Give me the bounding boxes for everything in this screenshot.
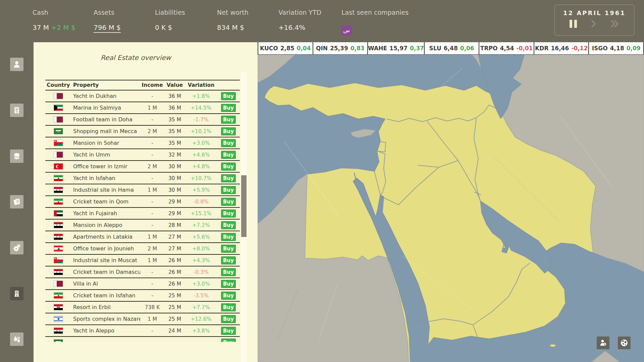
stat-variation-ytd: Variation YTD +16.4% [278,9,321,32]
variation-ytd-value: +16.4% [278,23,321,32]
variation-value: +4.8% [185,164,217,170]
buy-button[interactable]: Buy [221,198,236,206]
buy-button[interactable]: Buy [221,268,236,276]
buy-button[interactable]: Buy [221,104,236,112]
ticker-symbol: WAHE [368,45,387,52]
buy-button[interactable]: Buy [221,292,236,300]
date-panel: 12 APRIL 1961 [554,4,635,36]
ticker-cell[interactable]: QIN 25,39 0,83 [313,42,368,54]
col-value: Value [164,82,185,88]
country-flag-iran [54,293,63,298]
world-map[interactable] [258,55,644,362]
buy-button[interactable]: Buy [221,280,236,288]
buy-button[interactable]: Buy [221,92,236,100]
property-value: 29 M [164,199,185,205]
buy-button[interactable]: Buy [221,139,236,147]
country-flag-syria [54,187,63,193]
buy-button[interactable]: Buy [221,209,236,218]
ticker-change: 0,09 [627,45,641,52]
ticker-symbol: QIN [316,45,328,52]
ticker-cell[interactable]: TRPO 4,54 -0,01 [479,42,534,54]
buy-button[interactable]: Buy [221,327,236,335]
sidebar-item-profile[interactable] [10,58,23,71]
sidebar-item-travel[interactable] [10,104,23,117]
variation-value: +4.3% [185,257,217,263]
property-value: 30 M [164,187,185,193]
ticker-change: 0,04 [297,45,311,52]
country-flag-lebanon [54,246,63,251]
property-name: Cricket team in Damascus [71,269,140,275]
buy-button[interactable]: Buy [221,315,236,323]
globe-button[interactable] [618,337,631,349]
ticker-cell[interactable]: KDR 16,46 -0,12 [534,42,589,54]
buy-button[interactable]: Buy [221,339,236,342]
buy-button[interactable]: Buy [221,163,236,171]
scrollbar-track[interactable] [241,72,247,362]
stat-cash: Cash 37 M +2 M $ [33,9,75,32]
company-icon[interactable]: س [341,25,352,36]
stat-last-seen-companies: Last seen companies س [341,9,409,36]
property-value: 26 M [164,257,185,263]
ticker-cell[interactable]: WAHE 15,97 0,37 [368,42,425,54]
buy-button[interactable]: Buy [221,127,236,135]
variation-value: +7.2% [185,222,217,228]
play-button[interactable] [591,20,596,28]
sidebar-item-commodities[interactable]: $ [10,333,23,346]
table-row: Industrial site in Hama 1 M 30 M +5.9% B… [45,184,240,196]
table-row: Marina in Salmiya 1 M 36 M +14.5% Buy [45,102,240,114]
property-name: Yacht in Aleppo [71,327,140,334]
buy-button[interactable]: Buy [221,186,236,194]
ticker-price: 25,39 [330,45,348,52]
sidebar-item-industries[interactable] [10,241,23,254]
sidebar: $ [0,42,34,362]
pause-button[interactable] [570,20,577,28]
property-value: 27 M [164,234,185,240]
income-value: 1 M [140,234,164,240]
assets-value[interactable]: 796 M $ [94,23,121,33]
assets-label: Assets [94,9,121,16]
cash-label: Cash [33,9,75,16]
property-value: 35 M [164,140,185,146]
buy-button[interactable]: Buy [221,151,236,159]
table-row: Yacht in Isfahan - 30 M +10.7% Buy [45,173,240,184]
sidebar-item-news[interactable] [10,195,23,208]
variation-value: +7.7% [185,304,217,310]
scrollbar-thumb[interactable] [241,175,247,237]
ticker-cell[interactable]: ISGO 4,18 0,09 [589,42,644,54]
stat-net-worth: Net worth 834 M $ [217,9,249,32]
ticker-symbol: KDR [535,45,548,52]
variation-ytd-label: Variation YTD [278,9,321,16]
buy-button[interactable]: Buy [221,256,236,264]
fast-forward-button[interactable] [610,20,619,28]
country-flag-qatar [54,117,63,122]
variation-value: -0.3% [185,269,217,275]
ticker-price: 4,54 [500,45,514,52]
ticker-cell[interactable]: SLU 6,48 0,06 [425,42,480,54]
variation-value: -3.5% [185,293,217,299]
buy-button[interactable]: Buy [221,303,236,311]
property-value: 30 M [164,164,185,170]
sidebar-item-finance[interactable] [10,149,23,163]
net-worth-value: 834 M $ [217,23,249,32]
variation-value: +8.0% [185,246,217,252]
ticker-symbol: SLU [429,45,441,52]
ticker-cell[interactable]: KUCO 2,85 0,04 [258,42,313,54]
sidebar-item-real-estate[interactable] [10,287,23,300]
buy-button[interactable]: Buy [221,174,236,182]
buy-button[interactable]: Buy [221,221,236,229]
population-button[interactable]: $ [597,337,609,349]
buy-button[interactable]: Buy [221,233,236,241]
property-value: 27 M [164,246,185,252]
property-name: Marina in Salmiya [71,105,140,111]
property-value: 25 M [164,293,185,299]
ticker-price: 2,85 [280,45,294,52]
table-row: Football team in Doha - 35 M -1.7% Buy [45,114,240,126]
country-flag-uae [54,210,63,216]
table-row: Villa in Al - 26 M +3.0% Buy [45,278,240,290]
table-header: Country Property Income Value Variation [45,80,240,90]
income-value: - [140,93,164,99]
property-table: Yacht in Dukhan - 36 M +1.8% Buy Marina … [45,90,240,342]
country-flag [54,340,63,342]
buy-button[interactable]: Buy [221,245,236,253]
buy-button[interactable]: Buy [221,116,236,124]
